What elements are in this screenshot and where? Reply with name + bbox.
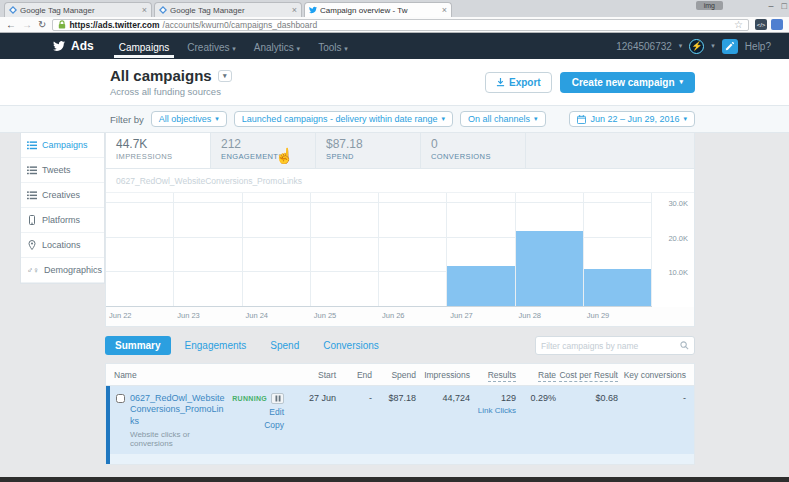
col-name[interactable]: Name [114,370,294,380]
extension-code-icon[interactable]: </> [755,19,767,30]
copy-link[interactable]: Copy [232,420,284,430]
chevron-down-icon[interactable]: ▾ [711,42,715,50]
nav-item-tools[interactable]: Tools ▾ [309,35,357,58]
close-tab-icon[interactable]: × [442,5,447,15]
campaign-name-link[interactable]: 0627_RedOwl_WebsiteConversions_PromoLink… [130,393,227,427]
nav-item-analytics[interactable]: Analytics ▾ [245,35,309,58]
video-overlay-badge: img [696,1,723,10]
col-end[interactable]: End [336,370,372,380]
browser-tab[interactable]: Google Tag Manager × [4,2,152,17]
search-icon [680,341,689,350]
refresh-icon[interactable]: ↻ [38,20,46,30]
col-cost-per-result[interactable]: Cost per Result [556,370,618,380]
results-type-link[interactable]: Link Clicks [470,406,516,415]
stats-row: 44.7K IMPRESSIONS 212 ENGAGEMENTS $87.18… [105,133,695,169]
sidebar-item-platforms[interactable]: Platforms [21,208,104,233]
x-axis-tick: Jun 27 [447,311,515,320]
y-axis-tick: 20.0K [668,233,688,242]
nav-item-campaigns[interactable]: Campaigns [110,35,179,58]
col-key-conversions[interactable]: Key conversions [618,370,686,380]
tab-summary[interactable]: Summary [105,336,171,355]
x-axis-tick: Jun 25 [311,311,379,320]
sidebar-item-creatives[interactable]: Creatives [21,183,104,208]
view-tabs: Summary Engagements Spend Conversions [105,336,695,355]
browser-tab-active[interactable]: Campaign overview - Tw × [304,2,452,17]
page-subtitle: Across all funding sources [110,86,232,97]
chevron-down-icon: ▾ [223,72,227,80]
account-id-menu[interactable]: 1264506732 [616,41,672,52]
table-header: Name Start End Spend Impressions Results… [106,364,694,386]
tab-engagements[interactable]: Engagements [175,336,257,355]
gtm-favicon [159,6,167,14]
x-axis-tick: Jun 24 [243,311,311,320]
impressions-chart: 0627_RedOwl_WebsiteConversions_PromoLink… [105,169,695,327]
chart-bar[interactable] [516,231,583,306]
close-tab-icon[interactable]: × [142,5,147,15]
maximize-window-icon[interactable]: □ [782,1,787,11]
bookmark-star-icon[interactable]: ☆ [734,19,743,30]
avatar[interactable]: ⚡ [689,39,704,54]
stat-impressions[interactable]: 44.7K IMPRESSIONS [106,133,211,168]
objectives-dropdown[interactable]: All objectives▾ [151,111,227,127]
delivery-dropdown[interactable]: Launched campaigns - delivery within dat… [234,111,453,127]
list-icon [27,191,37,200]
chart-bar[interactable] [447,266,514,306]
campaign-filter-input[interactable] [541,341,680,351]
demographics-icon: ♂♀ [27,266,39,275]
compose-tweet-button[interactable] [722,39,738,54]
col-impressions[interactable]: Impressions [416,370,470,380]
ads-brand-label: Ads [71,39,94,53]
stat-conversions[interactable]: 0 CONVERSIONS [421,133,526,168]
url-path: /accounts/kwurn0/campaigns_dashboard [163,20,318,30]
sidebar-item-locations[interactable]: Locations [21,233,104,258]
date-range-dropdown[interactable]: Jun 22 – Jun 29, 2016 ▾ [569,111,695,127]
chevron-down-icon: ▾ [683,115,687,123]
close-tab-icon[interactable]: × [292,5,297,15]
back-icon[interactable]: ← [6,20,16,30]
mouse-cursor: ☝ [275,147,294,165]
sidebar-item-campaigns[interactable]: Campaigns [21,133,104,158]
row-checkbox[interactable] [116,394,125,403]
stat-engagements[interactable]: 212 ENGAGEMENTS [211,133,316,168]
channels-dropdown[interactable]: On all channels▾ [460,111,546,127]
forward-icon[interactable]: → [22,20,32,30]
filter-by-label: Filter by [110,114,144,125]
col-start[interactable]: Start [294,370,336,380]
chart-bar[interactable] [584,269,651,306]
cell-spend: $87.18 [372,393,416,448]
nav-item-creatives[interactable]: Creatives ▾ [178,35,245,58]
minimize-window-icon[interactable]: – [769,1,774,11]
col-spend[interactable]: Spend [372,370,416,380]
pause-button[interactable] [271,393,284,404]
browser-tab[interactable]: Google Tag Manager × [154,2,302,17]
campaign-filter-box [535,336,695,355]
chevron-down-icon: ▾ [232,45,236,52]
tab-conversions[interactable]: Conversions [313,336,389,355]
create-campaign-button[interactable]: Create new campaign ▾ [560,72,695,93]
sidebar-item-tweets[interactable]: Tweets [21,158,104,183]
stat-spend[interactable]: $87.18 SPEND [316,133,421,168]
sidebar-item-demographics[interactable]: ♂♀ Demographics [21,258,104,283]
cell-end: - [336,393,372,448]
export-button[interactable]: Export [485,72,552,93]
col-rate[interactable]: Rate [516,370,556,380]
x-axis-tick: Jun 23 [174,311,242,320]
status-badge: RUNNING [232,395,267,402]
x-axis-tick: Jun 26 [379,311,447,320]
cell-rate: 0.29% [516,393,556,448]
filter-bar: Filter by All objectives▾ Launched campa… [0,105,789,133]
tab-title: Google Tag Manager [20,6,139,15]
edit-link[interactable]: Edit [232,407,284,417]
gtm-favicon [9,6,17,14]
col-results[interactable]: Results [470,370,516,380]
calendar-icon [577,115,586,124]
campaigns-scope-dropdown[interactable]: ▾ [218,70,232,82]
tab-title: Campaign overview - Tw [320,6,439,15]
tab-spend[interactable]: Spend [260,336,309,355]
help-link[interactable]: Help? [745,41,771,52]
address-bar[interactable]: https://ads.twitter.com/accounts/kwurn0/… [52,19,749,31]
extension-icon[interactable] [771,19,783,30]
metrics-sidebar: Campaigns Tweets Creatives Platforms Loc… [20,133,105,284]
table-row: 0627_RedOwl_WebsiteConversions_PromoLink… [106,386,694,464]
pause-icon [275,395,281,402]
